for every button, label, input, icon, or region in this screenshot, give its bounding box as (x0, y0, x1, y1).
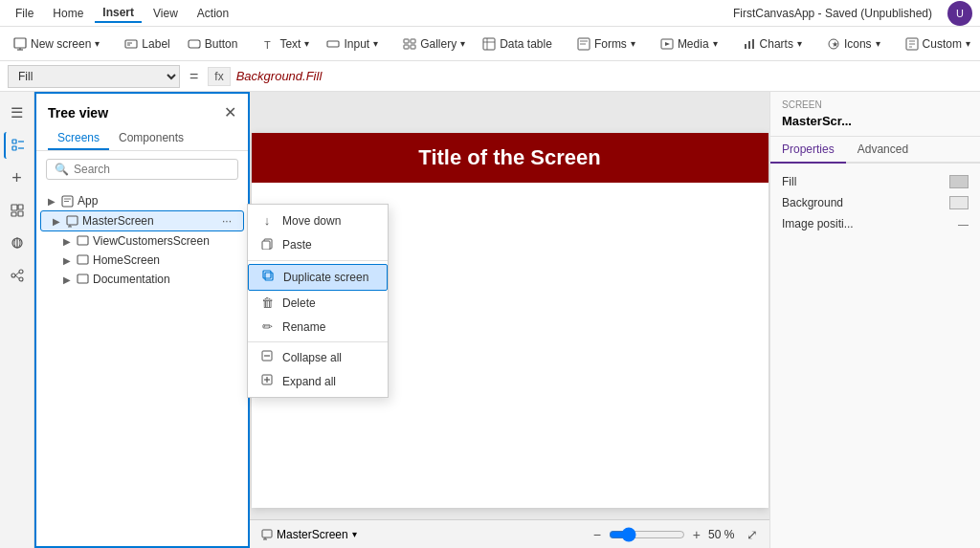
media-button[interactable]: Media ▾ (653, 34, 725, 54)
ctx-move-down[interactable]: ↓ Move down (248, 208, 388, 232)
charts-button[interactable]: Charts ▾ (735, 34, 810, 54)
screen-icon (77, 235, 89, 248)
item-label: App (78, 194, 98, 208)
components-icon[interactable] (4, 197, 31, 224)
svg-rect-58 (263, 271, 271, 278)
svg-rect-23 (752, 39, 754, 49)
prop-fill-value[interactable] (949, 175, 969, 188)
button-button[interactable]: Button (180, 34, 246, 54)
tree-view-icon[interactable] (4, 132, 31, 159)
rename-icon: ✏ (259, 319, 275, 334)
hamburger-icon[interactable]: ☰ (4, 99, 31, 126)
zoom-minus-button[interactable]: − (593, 527, 601, 542)
svg-point-42 (19, 270, 23, 274)
svg-rect-3 (125, 40, 137, 48)
right-panel-screen-label: SCREEN (770, 92, 980, 114)
ctx-paste[interactable]: Paste (248, 232, 388, 257)
property-dropdown[interactable]: Fill (8, 65, 180, 88)
svg-rect-13 (483, 38, 495, 50)
ctx-duplicate-screen[interactable]: Duplicate screen (248, 264, 388, 291)
svg-rect-11 (404, 45, 409, 49)
list-item[interactable]: ▶ ViewCustomersScreen (36, 231, 248, 251)
svg-rect-57 (265, 273, 273, 280)
svg-marker-20 (665, 42, 670, 46)
tab-screens[interactable]: Screens (48, 127, 109, 150)
right-panel-tabs: Properties Advanced (770, 137, 980, 164)
search-input[interactable] (74, 163, 230, 176)
collapse-all-icon (259, 350, 275, 364)
custom-button[interactable]: Custom ▾ (898, 34, 978, 54)
svg-rect-54 (78, 274, 88, 283)
input-icon (326, 37, 340, 51)
tree-close-button[interactable]: ✕ (224, 103, 236, 121)
list-item[interactable]: ▶ Documentation (36, 270, 248, 289)
text-button[interactable]: T Text ▾ (255, 34, 317, 54)
menu-file[interactable]: File (8, 5, 41, 22)
gallery-button[interactable]: Gallery ▾ (395, 34, 473, 54)
tab-advanced[interactable]: Advanced (846, 137, 920, 164)
screen-icon (77, 254, 89, 267)
ellipsis-button[interactable]: ··· (222, 214, 232, 228)
list-item[interactable]: ▶ App (36, 191, 248, 210)
formula-input[interactable] (236, 65, 972, 88)
tree-search-box: 🔍 (46, 159, 238, 180)
screen-icon (77, 274, 89, 286)
delete-icon: 🗑 (259, 296, 275, 310)
icons-button[interactable]: ★ Icons ▾ (819, 34, 888, 54)
context-menu: ↓ Move down Paste Duplicate screen 🗑 Del… (247, 204, 389, 398)
input-button[interactable]: Input ▾ (319, 34, 386, 54)
main-area: ☰ + Tree view ✕ Screens Components 🔍 (0, 92, 980, 548)
app-icon (61, 195, 74, 208)
forms-icon (577, 37, 590, 51)
plus-icon[interactable]: + (4, 164, 31, 191)
ctx-delete[interactable]: 🗑 Delete (248, 291, 388, 315)
tab-properties[interactable]: Properties (770, 137, 846, 164)
zoom-slider[interactable] (609, 527, 685, 542)
zoom-controls: − + 50 % ⤢ (593, 527, 758, 542)
expand-icon[interactable]: ⤢ (746, 527, 758, 542)
forms-button[interactable]: Forms ▾ (569, 34, 643, 54)
expand-all-icon (259, 374, 275, 388)
new-screen-button[interactable]: New screen ▾ (6, 34, 107, 54)
svg-rect-49 (67, 216, 78, 225)
tab-components[interactable]: Components (109, 127, 193, 150)
zoom-plus-button[interactable]: + (693, 527, 701, 542)
ctx-collapse-all[interactable]: Collapse all (248, 345, 388, 369)
right-panel-screen-name: MasterScr... (770, 114, 980, 137)
svg-rect-6 (189, 40, 200, 48)
bottom-screen-name[interactable]: MasterScreen ▾ (261, 528, 357, 541)
list-item[interactable]: ▶ HomeScreen (36, 251, 248, 270)
menu-home[interactable]: Home (45, 5, 91, 22)
svg-line-45 (15, 275, 19, 278)
ctx-label: Collapse all (282, 351, 342, 364)
data-table-button[interactable]: Data table (475, 34, 560, 54)
screen-title-text: Title of the Screen (418, 145, 600, 170)
chevron-icon: ▶ (53, 216, 60, 227)
svg-rect-52 (78, 236, 88, 245)
ctx-expand-all[interactable]: Expand all (248, 369, 388, 393)
tree-header: Tree view ✕ (36, 94, 248, 127)
svg-rect-35 (18, 205, 23, 209)
app-title: FirstCanvasApp - Saved (Unpublished) U (725, 1, 972, 26)
label-icon (124, 37, 138, 51)
fx-button[interactable]: fx (208, 67, 230, 86)
connections-icon[interactable] (4, 262, 31, 289)
formula-bar: Fill = fx (0, 61, 980, 92)
move-down-icon: ↓ (259, 213, 275, 228)
ctx-label: Duplicate screen (283, 271, 368, 284)
menu-bar: File Home Insert View Action FirstCanvas… (0, 0, 980, 27)
menu-action[interactable]: Action (189, 5, 236, 22)
svg-rect-31 (12, 146, 16, 150)
variables-icon[interactable] (4, 230, 31, 256)
user-avatar[interactable]: U (947, 1, 972, 26)
list-item[interactable]: ▶ MasterScreen ··· (40, 210, 244, 231)
svg-line-44 (15, 273, 19, 275)
chevron-icon: ▶ (63, 255, 71, 266)
menu-view[interactable]: View (145, 5, 186, 22)
menu-insert[interactable]: Insert (95, 4, 142, 23)
label-button[interactable]: Label (117, 34, 177, 54)
item-label: Documentation (93, 273, 170, 286)
prop-background-value[interactable] (949, 196, 969, 209)
ctx-rename[interactable]: ✏ Rename (248, 315, 388, 339)
prop-fill: Fill (782, 171, 969, 192)
